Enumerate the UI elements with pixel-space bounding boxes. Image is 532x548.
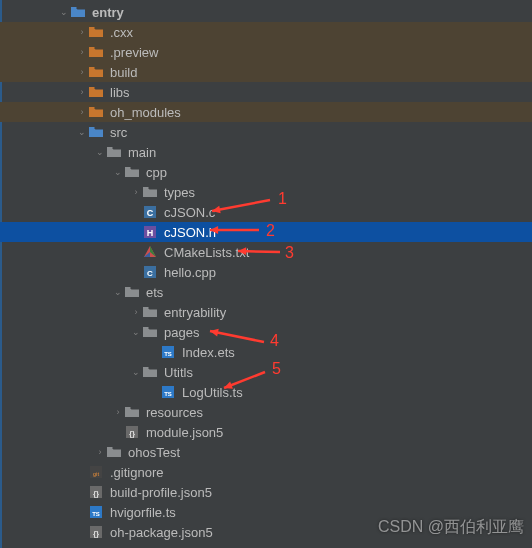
file-ts-icon: TS — [160, 344, 176, 360]
chevron-right-icon[interactable]: › — [94, 447, 106, 457]
tree-row[interactable]: {}build-profile.json5 — [0, 482, 532, 502]
tree-row[interactable]: ⌄entry — [0, 2, 532, 22]
file-h-icon: H — [142, 224, 158, 240]
folder-grey-icon — [124, 404, 140, 420]
svg-text:TS: TS — [92, 511, 100, 517]
chevron-right-icon[interactable]: › — [76, 67, 88, 77]
tree-item-label: module.json5 — [146, 425, 223, 440]
file-json5-icon: {} — [88, 524, 104, 540]
folder-orange-icon — [88, 84, 104, 100]
folder-grey-icon — [124, 164, 140, 180]
folder-blue-icon — [88, 124, 104, 140]
tree-item-label: main — [128, 145, 156, 160]
chevron-down-icon[interactable]: ⌄ — [94, 147, 106, 157]
tree-row[interactable]: ⌄ets — [0, 282, 532, 302]
folder-orange-icon — [88, 64, 104, 80]
tree-item-label: types — [164, 185, 195, 200]
chevron-down-icon[interactable]: ⌄ — [58, 7, 70, 17]
file-json5-icon: {} — [88, 484, 104, 500]
folder-grey-icon — [124, 284, 140, 300]
tree-item-label: ets — [146, 285, 163, 300]
folder-orange-icon — [88, 24, 104, 40]
tree-row[interactable]: ⌄src — [0, 122, 532, 142]
folder-grey-icon — [106, 444, 122, 460]
svg-text:{}: {} — [93, 529, 99, 538]
chevron-right-icon[interactable]: › — [76, 107, 88, 117]
tree-item-label: hvigorfile.ts — [110, 505, 176, 520]
svg-marker-25 — [238, 247, 246, 255]
tree-item-label: .cxx — [110, 25, 133, 40]
file-ts-icon: TS — [88, 504, 104, 520]
svg-marker-27 — [210, 329, 219, 337]
tree-item-label: ohosTest — [128, 445, 180, 460]
chevron-down-icon[interactable]: ⌄ — [76, 127, 88, 137]
svg-text:TS: TS — [164, 351, 172, 357]
tree-item-label: src — [110, 125, 127, 140]
tree-item-label: .preview — [110, 45, 158, 60]
chevron-down-icon[interactable]: ⌄ — [112, 287, 124, 297]
file-cpp-icon: C — [142, 264, 158, 280]
tree-row[interactable]: ›ohosTest — [0, 442, 532, 462]
tree-row[interactable]: ›.cxx — [0, 22, 532, 42]
folder-orange-icon — [88, 44, 104, 60]
tree-item-label: hello.cpp — [164, 265, 216, 280]
folder-grey-icon — [142, 304, 158, 320]
folder-blue-icon — [70, 4, 86, 20]
folder-grey-icon — [142, 364, 158, 380]
tree-item-label: build — [110, 65, 137, 80]
chevron-right-icon[interactable]: › — [130, 187, 142, 197]
svg-text:H: H — [147, 228, 154, 238]
chevron-down-icon[interactable]: ⌄ — [130, 327, 142, 337]
tree-row[interactable]: ›libs — [0, 82, 532, 102]
file-git-icon: git — [88, 464, 104, 480]
svg-line-20 — [212, 200, 270, 211]
tree-item-label: pages — [164, 325, 199, 340]
tree-row[interactable]: {}oh-package.json5 — [0, 522, 532, 542]
chevron-down-icon[interactable]: ⌄ — [130, 367, 142, 377]
folder-grey-icon — [142, 184, 158, 200]
tree-item-label: .gitignore — [110, 465, 163, 480]
chevron-right-icon[interactable]: › — [76, 27, 88, 37]
tree-item-label: libs — [110, 85, 130, 100]
tree-row[interactable]: ›oh_modules — [0, 102, 532, 122]
tree-row[interactable]: TShvigorfile.ts — [0, 502, 532, 522]
tree-item-label: cpp — [146, 165, 167, 180]
tree-row[interactable]: ›resources — [0, 402, 532, 422]
file-json5-icon: {} — [124, 424, 140, 440]
svg-marker-23 — [210, 226, 218, 234]
tree-item-label: oh-package.json5 — [110, 525, 213, 540]
tree-item-label: entry — [92, 5, 124, 20]
chevron-right-icon[interactable]: › — [76, 47, 88, 57]
svg-text:{}: {} — [93, 489, 99, 498]
tree-row[interactable]: ›build — [0, 62, 532, 82]
folder-grey-icon — [142, 324, 158, 340]
tree-row[interactable]: git.gitignore — [0, 462, 532, 482]
svg-text:C: C — [147, 269, 153, 278]
svg-line-26 — [210, 331, 264, 342]
chevron-right-icon[interactable]: › — [130, 307, 142, 317]
svg-text:C: C — [147, 208, 154, 218]
tree-item-label: Utitls — [164, 365, 193, 380]
file-c-icon: C — [142, 204, 158, 220]
chevron-right-icon[interactable]: › — [112, 407, 124, 417]
tree-item-label: resources — [146, 405, 203, 420]
tree-row[interactable]: ⌄main — [0, 142, 532, 162]
folder-grey-icon — [106, 144, 122, 160]
tree-row[interactable]: ›.preview — [0, 42, 532, 62]
tree-item-label: entryability — [164, 305, 226, 320]
tree-row[interactable]: ›entryability — [0, 302, 532, 322]
svg-text:TS: TS — [164, 391, 172, 397]
svg-text:git: git — [93, 471, 99, 477]
project-tree[interactable]: ⌄entry›.cxx›.preview›build›libs›oh_modul… — [0, 0, 532, 542]
chevron-down-icon[interactable]: ⌄ — [112, 167, 124, 177]
folder-orange-icon — [88, 104, 104, 120]
svg-text:{}: {} — [129, 429, 135, 438]
file-ts-icon: TS — [160, 384, 176, 400]
tree-item-label: build-profile.json5 — [110, 485, 212, 500]
file-cmake-icon — [142, 244, 158, 260]
tree-item-label: oh_modules — [110, 105, 181, 120]
tree-row[interactable]: {}module.json5 — [0, 422, 532, 442]
tree-row[interactable]: ⌄cpp — [0, 162, 532, 182]
chevron-right-icon[interactable]: › — [76, 87, 88, 97]
tree-row[interactable]: Chello.cpp — [0, 262, 532, 282]
